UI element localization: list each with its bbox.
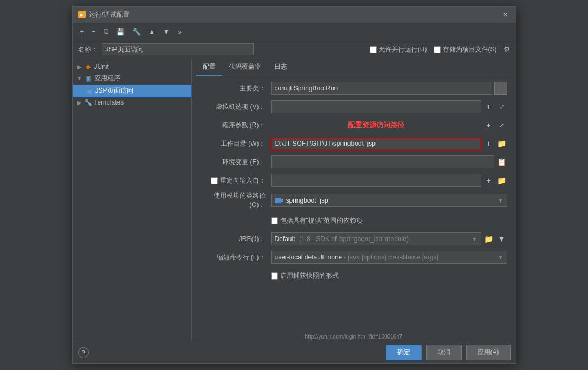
apply-button[interactable]: 应用(A) bbox=[466, 345, 511, 360]
program-params-hint: 配置资源访问路径 bbox=[271, 120, 481, 130]
toggle-templates: ▶ bbox=[77, 100, 82, 106]
program-params-plus-button[interactable]: + bbox=[483, 119, 494, 132]
include-provided-row: 包括具有"提供"范围的依赖项 bbox=[201, 213, 507, 228]
save-button[interactable]: 💾 bbox=[113, 26, 128, 37]
tree-item-app[interactable]: ▼ ▣ 应用程序 bbox=[73, 72, 191, 85]
gear-button[interactable]: ⚙ bbox=[503, 45, 511, 54]
main-class-label: 主要类： bbox=[201, 84, 271, 93]
main-class-browse-button[interactable]: ... bbox=[494, 82, 507, 95]
module-icon bbox=[275, 198, 281, 203]
redirect-label: 重定向输入自： bbox=[201, 176, 271, 185]
ok-button[interactable]: 确定 bbox=[386, 345, 422, 360]
env-vars-row: 环境变量 (E)： 📋 bbox=[201, 154, 507, 170]
working-dir-label: 工作目录 (W)： bbox=[201, 139, 271, 148]
tabs: 配置 代码覆盖率 日志 bbox=[192, 59, 516, 76]
env-vars-label: 环境变量 (E)： bbox=[201, 158, 271, 167]
tree-item-junit[interactable]: ▶ ◆ JUnit bbox=[73, 61, 191, 72]
module-classpath-field: springboot_jsp ▼ bbox=[271, 194, 507, 207]
redirect-input[interactable] bbox=[271, 174, 481, 187]
main-class-field: ... bbox=[271, 82, 507, 95]
module-classpath-select[interactable]: springboot_jsp ▼ bbox=[271, 194, 507, 207]
tree-item-templates[interactable]: ▶ 🔧 Templates bbox=[73, 97, 191, 108]
add-button[interactable]: + bbox=[77, 26, 88, 37]
name-label: 名称： bbox=[78, 45, 98, 54]
program-params-expand-button[interactable]: ⤢ bbox=[496, 119, 507, 132]
jre-default-text: Default bbox=[275, 235, 295, 243]
name-options: 允许并行运行(U) 存储为项目文件(S) ⚙ bbox=[370, 45, 511, 54]
env-vars-input[interactable] bbox=[271, 155, 494, 168]
env-vars-icon-button[interactable]: 📋 bbox=[496, 155, 507, 168]
config-panel: 主要类： ... 虚拟机选项 (V)： + ⤢ bbox=[192, 76, 516, 288]
module-classpath-label: 使用模块的类路径 (O)： bbox=[201, 191, 271, 210]
main-class-input[interactable] bbox=[271, 82, 493, 95]
junit-icon: ◆ bbox=[85, 63, 92, 70]
app-icon: ▣ bbox=[85, 75, 92, 82]
dialog-icon: ▶ bbox=[78, 11, 86, 18]
short-cmdline-row: 缩短命令行 (L)： user-local default: none - ja… bbox=[201, 250, 507, 265]
toggle-junit: ▶ bbox=[77, 64, 82, 70]
tree-label-templates: Templates bbox=[94, 99, 124, 106]
jre-select[interactable]: Default (1.8 - SDK of 'springboot_jsp' m… bbox=[271, 232, 481, 245]
toggle-app: ▼ bbox=[77, 75, 82, 81]
vm-options-plus-button[interactable]: + bbox=[483, 100, 494, 113]
env-vars-field: 📋 bbox=[271, 155, 507, 168]
jre-label: JRE(J)： bbox=[201, 235, 271, 244]
vm-options-row: 虚拟机选项 (V)： + ⤢ bbox=[201, 99, 507, 114]
program-params-field: 配置资源访问路径 + ⤢ bbox=[271, 119, 507, 132]
redirect-plus-button[interactable]: + bbox=[483, 174, 494, 187]
tab-coverage[interactable]: 代码覆盖率 bbox=[222, 59, 268, 76]
working-dir-folder-button[interactable]: 📁 bbox=[496, 137, 507, 150]
redirect-folder-button[interactable]: 📁 bbox=[496, 174, 507, 187]
redirect-row: 重定向输入自： + 📁 bbox=[201, 173, 507, 188]
tree-label-jsp: JSP页面访问 bbox=[95, 86, 133, 95]
tree-item-jsp[interactable]: ▣ JSP页面访问 bbox=[73, 85, 191, 97]
jsp-icon: ▣ bbox=[86, 87, 93, 95]
jre-folder-button[interactable]: 📁 bbox=[483, 232, 494, 245]
copy-button[interactable]: ⧉ bbox=[100, 25, 112, 37]
jre-dropdown-button[interactable]: ▼ bbox=[496, 232, 507, 245]
include-provided-checkbox[interactable]: 包括具有"提供"范围的依赖项 bbox=[271, 216, 363, 225]
bottom-bar: ? 确定 取消 应用(A) bbox=[73, 341, 516, 363]
dialog-title: 运行/调试配置 bbox=[89, 10, 130, 20]
remove-button[interactable]: − bbox=[88, 26, 99, 37]
allow-parallel-checkbox[interactable]: 允许并行运行(U) bbox=[370, 45, 427, 54]
wrench-button[interactable]: 🔧 bbox=[129, 26, 144, 37]
short-cmdline-hint: - java [options] className [args] bbox=[344, 254, 438, 261]
short-cmdline-select[interactable]: user-local default: none - java [options… bbox=[271, 251, 507, 264]
working-dir-input[interactable] bbox=[271, 137, 481, 150]
help-button[interactable]: ? bbox=[78, 347, 89, 358]
tree-label-junit: JUnit bbox=[94, 63, 109, 70]
capture-snapshot-row: 启用捕获快照的形式 bbox=[201, 268, 507, 283]
working-dir-plus-button[interactable]: + bbox=[483, 137, 494, 150]
main-class-row: 主要类： ... bbox=[201, 81, 507, 96]
module-classpath-row: 使用模块的类路径 (O)： springboot_jsp ▼ bbox=[201, 191, 507, 210]
templates-icon: 🔧 bbox=[85, 99, 92, 106]
jre-field: Default (1.8 - SDK of 'springboot_jsp' m… bbox=[271, 232, 507, 245]
redirect-checkbox[interactable] bbox=[211, 177, 218, 184]
close-button[interactable]: × bbox=[501, 10, 511, 20]
name-input[interactable] bbox=[102, 43, 254, 55]
program-params-label: 程序参数 (R)： bbox=[201, 121, 271, 130]
tab-logs[interactable]: 日志 bbox=[268, 59, 294, 76]
short-cmdline-field: user-local default: none - java [options… bbox=[271, 251, 507, 264]
cancel-button[interactable]: 取消 bbox=[426, 345, 462, 360]
jre-row: JRE(J)： Default (1.8 - SDK of 'springboo… bbox=[201, 231, 507, 246]
up-button[interactable]: ▲ bbox=[145, 26, 159, 37]
capture-snapshot-checkbox[interactable]: 启用捕获快照的形式 bbox=[271, 271, 339, 281]
vm-options-expand-button[interactable]: ⤢ bbox=[496, 100, 507, 113]
vm-options-input[interactable] bbox=[271, 100, 481, 113]
module-classpath-value: springboot_jsp bbox=[286, 197, 328, 204]
toolbar: + − ⧉ 💾 🔧 ▲ ▼ » bbox=[73, 23, 516, 40]
more-button[interactable]: » bbox=[174, 26, 184, 37]
vm-options-field: + ⤢ bbox=[271, 100, 507, 113]
left-panel: ▶ ◆ JUnit ▼ ▣ 应用程序 ▣ JSP页面访问 ▶ 🔧 Templat… bbox=[73, 59, 192, 341]
module-classpath-arrow: ▼ bbox=[498, 198, 503, 204]
vm-options-label: 虚拟机选项 (V)： bbox=[201, 102, 271, 112]
working-dir-field: + 📁 bbox=[271, 137, 507, 150]
down-button[interactable]: ▼ bbox=[160, 26, 173, 37]
store-as-file-checkbox[interactable]: 存储为项目文件(S) bbox=[434, 45, 497, 54]
run-debug-config-dialog: ▶ 运行/调试配置 × + − ⧉ 💾 🔧 ▲ ▼ » 名称： 允许并行运行(U… bbox=[72, 6, 516, 364]
short-cmdline-arrow: ▼ bbox=[498, 255, 503, 261]
tab-config[interactable]: 配置 bbox=[196, 59, 222, 76]
working-dir-row: 工作目录 (W)： + 📁 bbox=[201, 136, 507, 151]
